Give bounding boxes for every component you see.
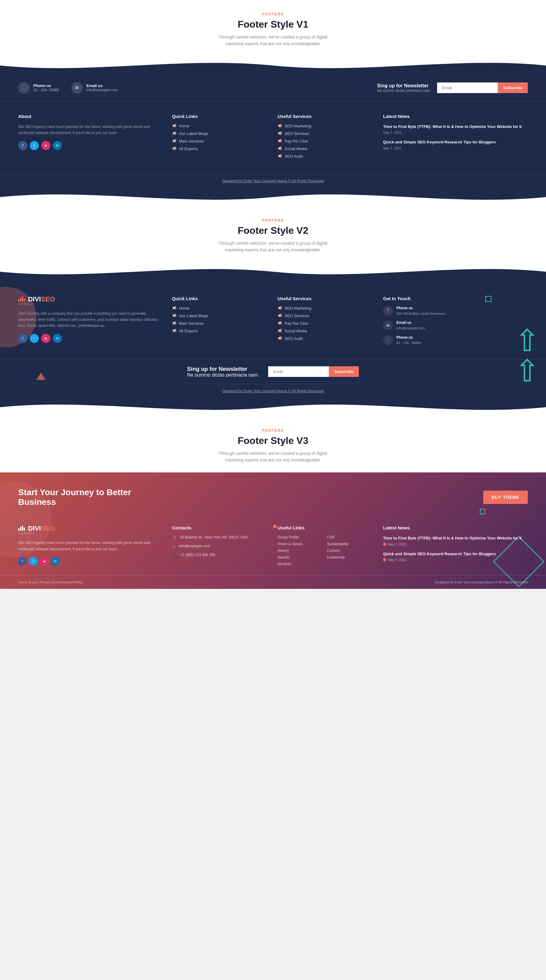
v3-news-date-2: May 7, 2021 — [383, 558, 528, 562]
v2-subscribe-button[interactable]: Subscribe — [329, 366, 359, 377]
facebook-icon[interactable]: f — [18, 141, 27, 150]
copyright-link-v1[interactable]: Designed by Enter Your company Name © Al… — [222, 179, 324, 183]
footer-v3-subtitle: Through careful selection, we've curated… — [212, 450, 334, 464]
v3-logo-text: DIVISEO — [18, 525, 163, 532]
email-address: info@example.com — [86, 88, 118, 92]
v2-facebook-icon[interactable]: f — [18, 334, 27, 343]
git-phone-info: Phone us 01 - 234 - 56889 — [396, 336, 421, 346]
useful-services-col: Useful Services 📢SEO Marketing 📢SEO Serv… — [277, 114, 374, 162]
v3-logo-bars-icon — [18, 525, 28, 532]
subscribe-button[interactable]: Subscribe — [498, 83, 528, 93]
v3-latest-news-title: Latest News — [383, 525, 528, 530]
newsletter-v1: Sing up for Newsletter Ne summo dictas p… — [377, 83, 528, 93]
v3-link-sustainability[interactable]: Sustainability — [327, 542, 374, 546]
copyright-link-v3[interactable]: Designed by Enter Your company Name © Al… — [435, 581, 528, 584]
footer-v1-intro: FOOTERS Footer Style V1 Through careful … — [0, 0, 546, 56]
news-date-2: May 7, 2021 — [383, 146, 528, 150]
phone-label: Phone us — [33, 83, 59, 88]
v3-news-dot-1 — [383, 543, 386, 546]
v3-linkedin-icon[interactable]: in — [51, 557, 59, 565]
v3-about-text: Divi SEO Agency have much planned for th… — [18, 540, 163, 552]
v3-link-careers[interactable]: Careers — [327, 549, 374, 553]
wave-top-v2 — [0, 262, 546, 281]
v2-link-all-experts[interactable]: 📢All Experts — [172, 329, 269, 333]
v3-news-date-1: May 7, 2021 — [383, 542, 528, 546]
v3-link-awards[interactable]: Awards — [277, 555, 325, 560]
buy-theme-button[interactable]: BUY THEME — [483, 491, 528, 504]
link-all-experts[interactable]: 📢All Experts — [172, 146, 269, 151]
v3-useful-links-grid: Group Profile CSR Vision & Values Sustai… — [277, 535, 374, 566]
service-social-media[interactable]: 📢Social Media — [277, 146, 374, 151]
v3-link-vision[interactable]: Vision & Values — [277, 542, 325, 546]
terms-link[interactable]: Terms of use | Privacy Environmental Pol… — [18, 581, 83, 584]
v3-twitter-icon[interactable]: t — [29, 557, 38, 565]
instagram-icon[interactable]: ● — [41, 141, 50, 150]
v3-latest-news-col: Latest News Time to First Byte (TTFB): W… — [383, 525, 528, 566]
useful-services-title: Useful Services — [277, 114, 374, 119]
v2-newsletter-title: Sing up for Newsletter — [187, 366, 259, 372]
v2-get-in-touch-title: Get In Touch — [383, 296, 528, 301]
phone-icon: 📞 — [18, 82, 30, 94]
v2-newsletter-form: Subscribe — [268, 366, 359, 377]
v2-linkedin-icon[interactable]: in — [53, 334, 62, 343]
v2-link-main-services[interactable]: 📢Main Services — [172, 321, 269, 326]
footer-v3-cta: Start Your Journey to Better Business BU… — [0, 473, 546, 519]
git-phone-label-1: Phone us — [396, 306, 445, 310]
git-email-value: info@example.com — [396, 325, 425, 331]
v2-service-seo-services[interactable]: 📢SEO Services — [277, 313, 374, 318]
v2-service-pay-per-click[interactable]: 📢Pay Per Click — [277, 321, 374, 326]
footer-v3-main: DIVISEO AGENCY Divi SEO Agency have much… — [0, 519, 546, 575]
service-pay-per-click[interactable]: 📢Pay Per Click — [277, 139, 374, 143]
v2-instagram-icon[interactable]: ● — [41, 334, 50, 343]
v3-divi-logo: DIVISEO AGENCY — [18, 525, 163, 535]
service-seo-services[interactable]: 📢SEO Services — [277, 131, 374, 136]
footer-v1-label: FOOTERS — [6, 12, 540, 16]
v2-quick-links-title: Quick Links — [172, 296, 269, 301]
about-text: Divi SEO Agency have much planned for th… — [18, 124, 163, 136]
news-date-1: May 7, 2021 — [383, 131, 528, 134]
v3-link-services[interactable]: Services — [277, 562, 325, 566]
v3-email-value: info@example.com — [179, 544, 210, 548]
phone-contact: 📞 Phone us 01 - 234- 56889 — [18, 82, 59, 94]
copyright-link-v2[interactable]: Designed by Enter Your company Name © Al… — [222, 389, 324, 393]
v2-newsletter-text: Sing up for Newsletter Ne summo dictas p… — [187, 366, 259, 378]
email-input[interactable] — [437, 83, 498, 93]
v3-link-history[interactable]: History — [277, 549, 325, 553]
footer-v1: 📞 Phone us 01 - 234- 56889 ✉ Email us in… — [0, 75, 546, 188]
service-seo-marketing[interactable]: 📢SEO Marketing — [277, 124, 374, 128]
v2-twitter-icon[interactable]: t — [30, 334, 39, 343]
divi-logo: DIVISEO AGENCY — [18, 296, 163, 305]
latest-news-col: Latest News Time to First Byte (TTFB): W… — [383, 114, 528, 162]
linkedin-icon[interactable]: in — [53, 141, 62, 150]
v2-get-in-touch-col: Get In Touch 📍 Phone us 503 Old Buffalo … — [383, 296, 528, 350]
newsletter-subtitle: Ne summo dictas pertinacia nam. — [377, 89, 431, 93]
v2-email-input[interactable] — [268, 366, 329, 377]
git-address: 📍 Phone us 503 Old Buffalo Street Northw… — [383, 306, 528, 317]
v3-link-csr[interactable]: CSR — [327, 535, 374, 539]
v2-link-blogs[interactable]: 📢Our Latest Blogs — [172, 313, 269, 318]
newsletter-title: Sing up for Newsletter — [377, 83, 431, 89]
v2-service-seo-marketing[interactable]: 📢SEO Marketing — [277, 306, 374, 310]
v2-service-seo-audit[interactable]: 📢SEO Audit — [277, 336, 374, 341]
twitter-icon[interactable]: t — [30, 141, 39, 150]
v3-link-group-profile[interactable]: Group Profile — [277, 535, 325, 539]
v3-instagram-icon[interactable]: ● — [40, 557, 49, 565]
v2-about-col: DIVISEO AGENCY Start working with a comp… — [18, 296, 163, 350]
link-main-services[interactable]: 📢Main Services — [172, 139, 269, 143]
newsletter-text: Sing up for Newsletter Ne summo dictas p… — [377, 83, 431, 93]
v3-facebook-icon[interactable]: f — [18, 557, 27, 565]
social-icons: f t ● in — [18, 141, 163, 150]
cta-text: Start Your Journey to Better Business — [18, 488, 170, 507]
git-phone-value: 01 - 234 - 56889 — [396, 340, 421, 346]
git-email-info: Email us info@example.com — [396, 320, 425, 331]
about-col: About Divi SEO Agency have much planned … — [18, 114, 163, 162]
v3-logo-agency: AGENCY — [18, 532, 163, 535]
link-blogs[interactable]: 📢Our Latest Blogs — [172, 131, 269, 136]
v3-link-leadership[interactable]: Leadership — [327, 555, 374, 560]
v3-contact-address: 📍 92 Bowery St., New York, NY 10013, USA — [172, 535, 269, 540]
v3-news-item-2: Quick and Simple SEO Keyword Research Ti… — [383, 551, 528, 562]
v2-link-home[interactable]: 📢Home — [172, 306, 269, 310]
service-seo-audit[interactable]: 📢SEO Audit — [277, 154, 374, 159]
v2-service-social-media[interactable]: 📢Social Media — [277, 329, 374, 333]
link-home[interactable]: 📢Home — [172, 124, 269, 128]
